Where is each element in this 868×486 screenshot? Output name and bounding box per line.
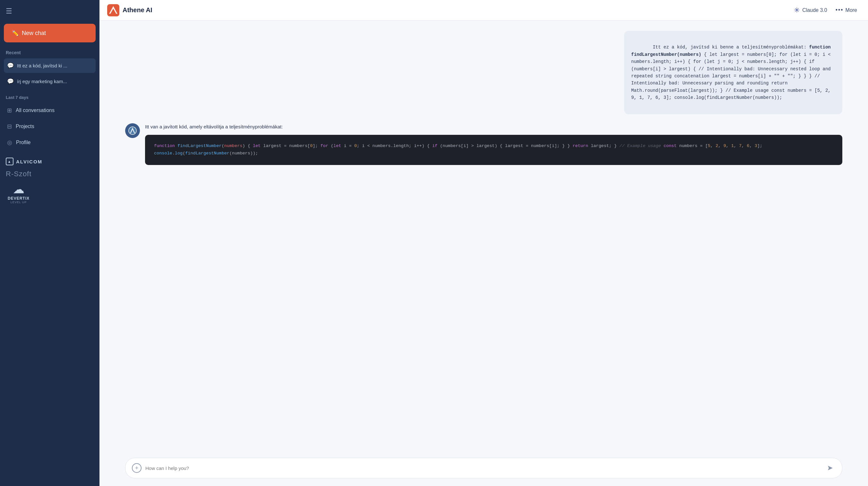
claude-badge: ✳ Claude 3.0 (794, 6, 827, 14)
input-wrapper: + (125, 458, 842, 478)
nav-projects[interactable]: ⊟ Projects (4, 119, 96, 134)
last7days-label: Last 7 days (6, 95, 96, 100)
devertix-logo: ☁ DEVERTIX LEVEL UP (6, 183, 31, 204)
user-message-text: Itt ez a kód, javítsd ki benne a teljesí… (631, 44, 833, 100)
rszoft-text: R-Szoft (6, 170, 31, 178)
nav-profile[interactable]: ◎ Profile (4, 135, 96, 150)
logo-area: Athene AI (107, 4, 152, 17)
nav-all-label: All conversations (16, 108, 55, 113)
projects-icon: ⊟ (7, 123, 12, 130)
profile-icon: ◎ (7, 139, 12, 146)
sidebar-top: ☰ (4, 5, 96, 17)
user-message: Itt ez a kód, javítsd ki benne a teljesí… (125, 31, 842, 114)
send-button[interactable] (825, 462, 836, 474)
dots-icon: ••• (836, 7, 844, 13)
nav-projects-label: Projects (16, 124, 34, 129)
code-block: function findLargestNumber(numbers) { le… (145, 135, 842, 165)
ai-avatar (125, 123, 140, 138)
sidebar-logos: ▲ ALVICOM R-Szoft ☁ DEVERTIX LEVEL UP (4, 158, 96, 204)
send-icon (827, 465, 833, 471)
logo-text: Athene AI (123, 6, 152, 14)
chat-area: Itt ez a kód, javítsd ki benne a teljesí… (99, 21, 868, 453)
rszoft-logo: R-Szoft (6, 170, 96, 178)
recent-item-2-label: írj egy marketing kam... (17, 79, 67, 84)
devertix-text: DEVERTIX (8, 196, 30, 201)
athene-logo-icon (107, 4, 119, 17)
ai-content: Itt van a javított kód, amely eltávolítj… (145, 123, 842, 165)
more-label: More (845, 7, 857, 13)
chat-input[interactable] (145, 465, 821, 471)
hamburger-icon[interactable]: ☰ (4, 5, 14, 17)
ai-intro-text: Itt van a javított kód, amely eltávolítj… (145, 123, 842, 131)
sidebar: ☰ ✏️ New chat Recent 💬 Itt ez a kód, jav… (0, 0, 99, 486)
ai-message: Itt van a javított kód, amely eltávolítj… (125, 123, 842, 165)
chat-icon-2: 💬 (7, 78, 14, 85)
chat-icon-1: 💬 (7, 62, 14, 69)
devertix-sub: LEVEL UP (10, 201, 27, 204)
alvicom-icon: ▲ (6, 158, 13, 165)
conversations-icon: ⊞ (7, 107, 12, 114)
recent-label: Recent (4, 50, 96, 55)
more-button[interactable]: ••• More (832, 5, 860, 16)
alvicom-logo: ▲ ALVICOM (6, 158, 96, 165)
nav-all-conversations[interactable]: ⊞ All conversations (4, 103, 96, 118)
user-bubble: Itt ez a kód, javítsd ki benne a teljesí… (624, 31, 842, 114)
devertix-cloud-icon: ☁ (13, 183, 24, 196)
recent-item-2[interactable]: 💬 írj egy marketing kam... (4, 74, 96, 89)
claude-model-name: Claude 3.0 (802, 7, 827, 13)
add-attachment-button[interactable]: + (132, 463, 142, 473)
alvicom-text: ALVICOM (16, 159, 42, 164)
main-content: Athene AI ✳ Claude 3.0 ••• More Itt ez a… (99, 0, 868, 486)
claude-icon: ✳ (794, 6, 800, 14)
edit-icon: ✏️ (11, 30, 19, 37)
nav-profile-label: Profile (16, 140, 30, 145)
new-chat-label: New chat (22, 30, 46, 37)
recent-item-1[interactable]: 💬 Itt ez a kód, javítsd ki ... (4, 58, 96, 73)
header: Athene AI ✳ Claude 3.0 ••• More (99, 0, 868, 21)
header-right: ✳ Claude 3.0 ••• More (794, 5, 860, 16)
input-area: + (99, 453, 868, 486)
new-chat-button[interactable]: ✏️ New chat (4, 24, 96, 42)
recent-item-1-label: Itt ez a kód, javítsd ki ... (17, 63, 67, 68)
